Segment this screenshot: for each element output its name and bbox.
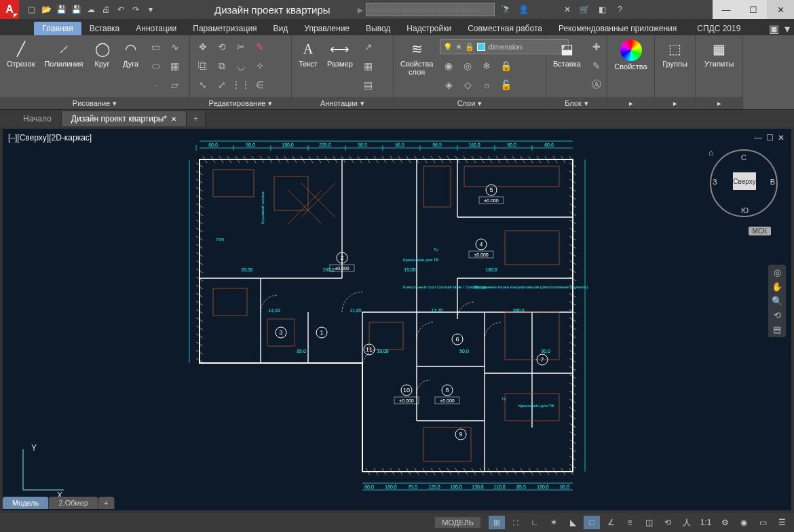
tab-annotate[interactable]: Аннотации	[128, 22, 185, 35]
drawing-tab[interactable]: Дизайн проект квартиры*✕	[62, 111, 187, 126]
app-menu-button[interactable]: A	[0, 0, 19, 19]
close-button[interactable]: ✕	[767, 0, 794, 19]
table-icon[interactable]: ▦	[360, 57, 377, 75]
layer-props-button[interactable]: ≋Свойства слоя	[398, 38, 436, 94]
viewcube-face[interactable]: Сверху	[733, 172, 756, 190]
polyline-button[interactable]: ⟋Полилиния	[41, 38, 86, 69]
explode-icon[interactable]: ✧	[251, 57, 269, 75]
vp-close-icon[interactable]: ✕	[778, 133, 784, 142]
wcs-tag[interactable]: МСК	[749, 227, 771, 235]
binoculars-icon[interactable]: 🔭	[500, 3, 512, 16]
panel-modify-title[interactable]: Редактирование ▾	[190, 97, 291, 109]
tab-output[interactable]: Вывод	[358, 22, 398, 35]
ortho-icon[interactable]: ∟	[527, 516, 543, 529]
ws-icon[interactable]: ⚙	[717, 516, 733, 529]
layiso-icon[interactable]: ◎	[459, 57, 476, 75]
trim-icon[interactable]: ✂	[232, 38, 250, 56]
scale-icon[interactable]: ⤢	[213, 76, 231, 94]
app-icon[interactable]: ◧	[597, 3, 609, 16]
cloud-icon[interactable]: ☁	[84, 3, 98, 16]
osnap-icon[interactable]: □	[584, 516, 600, 529]
layout1-tab[interactable]: 2.Обмер	[49, 497, 98, 509]
tab-insert[interactable]: Вставка	[81, 22, 128, 35]
stretch-icon[interactable]: ⤡	[194, 76, 212, 94]
plot-icon[interactable]: 🖨	[99, 3, 113, 16]
ribbon-minimize-icon[interactable]: ▾	[784, 22, 790, 35]
groups-button[interactable]: ⬚Группы	[660, 38, 690, 69]
offset-icon[interactable]: ∈	[251, 76, 269, 94]
viewcube[interactable]: ⌂ Сверху С Ю В З	[710, 149, 778, 217]
arc-button[interactable]: ◠Дуга	[119, 38, 143, 69]
edit-block-icon[interactable]: ✎	[588, 57, 605, 75]
undo-icon[interactable]: ↶	[114, 3, 128, 16]
minimize-button[interactable]: ―	[713, 0, 740, 19]
rotate-icon[interactable]: ⟲	[213, 38, 231, 56]
layfrz-icon[interactable]: ❄	[478, 57, 495, 75]
ellipse-icon[interactable]: ⬭	[147, 57, 165, 75]
new-tab-button[interactable]: +	[187, 111, 206, 126]
model-tab[interactable]: Модель	[3, 497, 49, 509]
text-button[interactable]: АТекст	[296, 38, 320, 69]
move-icon[interactable]: ✥	[194, 38, 212, 56]
laythw-icon[interactable]: ☼	[478, 76, 495, 94]
layon-icon[interactable]: ◈	[440, 76, 457, 94]
sc-icon[interactable]: ⟲	[660, 516, 676, 529]
home-icon[interactable]: ⌂	[708, 148, 713, 157]
ucs-icon[interactable]: Y X	[16, 442, 71, 497]
mirror-icon[interactable]: ⧉	[213, 57, 231, 75]
fillet-icon[interactable]: ◡	[232, 57, 250, 75]
panel-groups-title[interactable]: ▸	[655, 97, 695, 109]
viewport-label[interactable]: [–][Сверху][2D-каркас]	[8, 133, 92, 142]
dim-button[interactable]: ⟷Размер	[324, 38, 356, 69]
layulk-icon[interactable]: 🔓	[497, 76, 514, 94]
tab-addins[interactable]: Надстройки	[398, 22, 459, 35]
custom-icon[interactable]: ☰	[774, 516, 790, 529]
annoscale-icon[interactable]: 1:1	[698, 516, 714, 529]
qat-dropdown-icon[interactable]: ▾	[144, 3, 157, 16]
otrack-icon[interactable]: ∠	[603, 516, 619, 529]
orbit-icon[interactable]: ⟲	[774, 310, 781, 320]
open-icon[interactable]: 📂	[39, 3, 53, 16]
close-tab-icon[interactable]: ✕	[171, 115, 176, 123]
pan-icon[interactable]: ✋	[772, 282, 782, 292]
tab-parametric[interactable]: Параметризация	[185, 22, 265, 35]
infocenter-search[interactable]	[366, 3, 495, 16]
new-icon[interactable]: ▢	[24, 3, 38, 16]
maximize-button[interactable]: ☐	[740, 0, 767, 19]
insert-button[interactable]: ⬓Вставка	[550, 38, 584, 69]
vp-min-icon[interactable]: ―	[754, 133, 762, 142]
vp-max-icon[interactable]: ☐	[766, 133, 774, 142]
add-layout-button[interactable]: +	[98, 497, 114, 509]
leader-icon[interactable]: ↗	[360, 38, 377, 56]
saveas-icon[interactable]: 💾	[69, 3, 83, 16]
search-input[interactable]	[369, 5, 491, 14]
panel-annot-title[interactable]: Аннотации ▾	[292, 97, 393, 109]
cart-icon[interactable]: 🛒	[579, 3, 591, 16]
model-indicator[interactable]: МОДЕЛЬ	[435, 517, 480, 528]
trans-icon[interactable]: ◫	[641, 516, 657, 529]
layuniso-icon[interactable]: ◇	[459, 76, 476, 94]
tab-view[interactable]: Вид	[265, 22, 297, 35]
hw-icon[interactable]: ◉	[736, 516, 752, 529]
line-button[interactable]: ╱Отрезок	[4, 38, 37, 69]
iso-icon[interactable]: ◣	[565, 516, 581, 529]
spline-icon[interactable]: ∿	[166, 38, 184, 56]
attr-icon[interactable]: Ⓐ	[588, 76, 605, 94]
tab-featured[interactable]: Рекомендованные приложения	[550, 22, 685, 35]
tab-manage[interactable]: Управление	[296, 22, 358, 35]
panel-props-title[interactable]: ▸	[607, 97, 654, 109]
panel-layers-title[interactable]: Слои ▾	[394, 97, 546, 109]
utils-button[interactable]: ▦Утилиты	[702, 38, 737, 69]
signin-icon[interactable]: 👤	[518, 3, 530, 16]
redo-icon[interactable]: ↷	[129, 3, 143, 16]
layoff-icon[interactable]: ◉	[440, 57, 457, 75]
snap-icon[interactable]: ⸬	[508, 516, 524, 529]
lwt-icon[interactable]: ≡	[622, 516, 638, 529]
ribbon-expand-icon[interactable]: ▣	[769, 22, 779, 35]
iso-clean-icon[interactable]: ▭	[755, 516, 771, 529]
panel-draw-title[interactable]: Рисование ▾	[0, 97, 189, 109]
tab-spds[interactable]: СПДС 2019	[689, 22, 749, 35]
rect-icon[interactable]: ▭	[147, 38, 165, 56]
annomon-icon[interactable]: 人	[679, 516, 695, 529]
save-icon[interactable]: 💾	[54, 3, 68, 16]
